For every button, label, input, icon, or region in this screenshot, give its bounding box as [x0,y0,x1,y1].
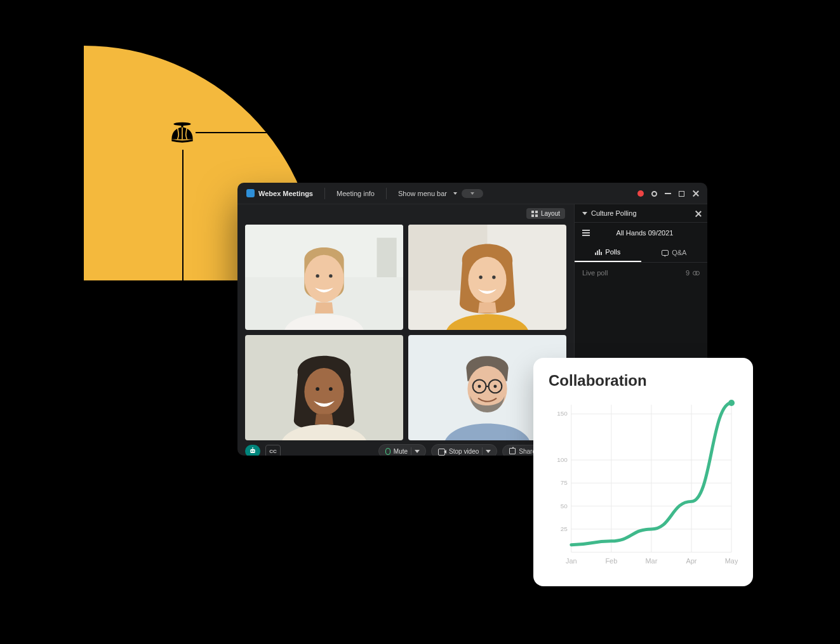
close-sidebar-button[interactable] [695,210,701,216]
sidebar-tabs: Polls Q&A [575,243,707,262]
svg-point-12 [479,275,482,279]
svg-text:Feb: Feb [605,557,617,565]
record-indicator-icon[interactable] [637,190,644,197]
hamburger-icon[interactable] [582,230,590,236]
chevron-down-icon [486,450,491,453]
separator [386,188,387,199]
stop-video-label: Stop video [449,448,479,455]
svg-point-24 [493,384,497,388]
circle-icon[interactable] [651,191,657,197]
show-menu-bar-link[interactable]: Show menu bar [398,190,457,197]
layout-button[interactable]: Layout [526,208,565,219]
window-controls [637,183,700,204]
chevron-down-icon [415,450,420,453]
separator [324,188,325,199]
microphone-icon [385,448,390,455]
tab-qa-label: Q&A [672,249,686,256]
svg-point-6 [304,255,343,303]
live-poll-row[interactable]: Live poll 9 [575,262,707,283]
svg-point-26 [251,450,253,452]
poll-session-title: All Hands 09/2021 [590,229,700,237]
stop-video-button[interactable]: Stop video [431,444,497,456]
svg-point-16 [316,387,319,391]
titlebar: Webex Meetings Meeting info Show menu ba… [237,183,707,204]
svg-text:Apr: Apr [686,557,697,565]
svg-text:Mar: Mar [646,557,658,565]
svg-point-7 [316,274,319,277]
cc-label: CC [269,449,277,454]
svg-point-11 [468,257,506,303]
tab-polls-label: Polls [605,248,620,256]
grid-icon [531,211,538,217]
layout-label: Layout [541,210,560,217]
mute-button[interactable]: Mute [378,444,426,456]
meeting-info-link[interactable]: Meeting info [337,190,375,197]
app-title: Webex Meetings [258,190,313,197]
svg-text:150: 150 [557,410,568,417]
maximize-button[interactable] [679,191,684,197]
svg-point-15 [304,368,343,416]
decor-horizontal-line [196,132,343,133]
share-icon [509,448,516,454]
show-menu-bar-label: Show menu bar [398,190,447,197]
svg-text:50: 50 [561,503,568,509]
chart-title: Collaboration [549,372,738,390]
minimize-button[interactable] [665,193,671,194]
closed-captions-button[interactable]: CC [265,445,281,456]
chevron-down-icon[interactable] [582,212,587,215]
assistant-button[interactable] [245,445,260,456]
participant-tile[interactable] [245,225,403,330]
svg-point-51 [728,400,735,406]
collaboration-chart: 255075100150JanFebMarAprMay [549,396,738,574]
webex-logo-icon [246,189,255,197]
svg-point-8 [329,274,332,277]
mute-label: Mute [394,448,408,455]
chat-icon [662,250,669,256]
participant-tile[interactable] [245,335,403,440]
tab-polls[interactable]: Polls [575,243,641,262]
svg-point-23 [478,384,481,388]
sidebar-title: Culture Polling [591,209,637,217]
tab-qa[interactable]: Q&A [641,243,708,262]
poll-icon [595,249,602,255]
meeting-controls: CC Mute Stop video [245,444,566,456]
svg-point-13 [492,275,495,279]
svg-text:Jan: Jan [566,557,577,565]
svg-text:25: 25 [561,525,568,532]
live-poll-count: 9 [686,269,690,277]
svg-text:100: 100 [557,456,568,463]
svg-point-29 [252,447,253,449]
participant-tile[interactable] [408,225,566,330]
svg-rect-5 [377,238,397,277]
svg-text:75: 75 [561,479,568,486]
collaboration-card: Collaboration 255075100150JanFebMarAprMa… [533,358,753,586]
svg-point-17 [329,387,333,391]
video-grid-area: Layout [237,204,574,456]
live-poll-label: Live poll [582,269,608,277]
app-brand: Webex Meetings [246,189,313,197]
participants-icon [693,271,700,275]
svg-point-27 [253,450,255,452]
propeller-cap-icon [166,117,198,148]
svg-text:May: May [725,557,738,565]
expand-titlebar-button[interactable] [462,189,483,198]
decor-vertical-line [182,150,183,365]
svg-rect-25 [250,449,255,453]
camera-icon [438,449,446,454]
close-button[interactable] [692,190,700,197]
